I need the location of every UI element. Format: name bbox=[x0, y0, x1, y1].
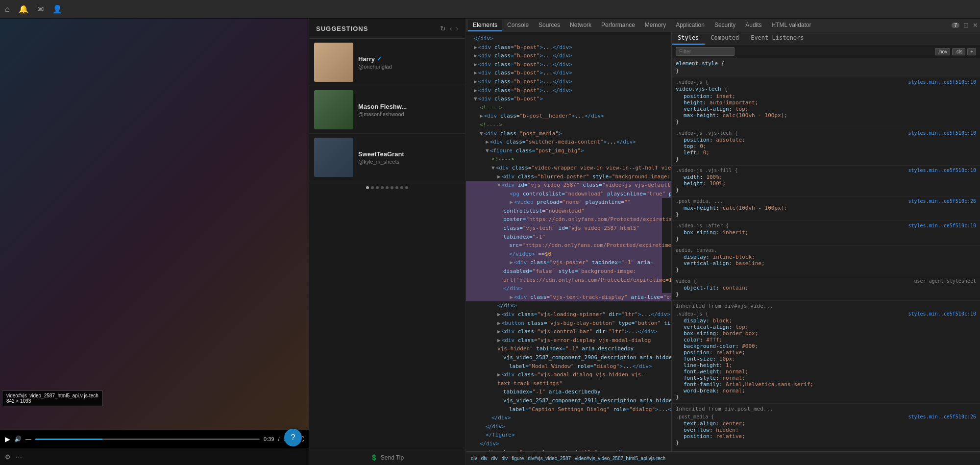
profile-icon[interactable]: 👤 bbox=[52, 4, 62, 14]
dom-line[interactable]: ▶<div class="b-post">...</div> bbox=[466, 60, 671, 69]
dom-line[interactable]: </figure> bbox=[466, 431, 671, 440]
dom-line[interactable]: ▼<div class="b-post"> bbox=[466, 95, 671, 103]
dom-line[interactable]: </div> bbox=[466, 440, 671, 448]
dom-line[interactable]: ▶<button class="vjs-big-play-button" typ… bbox=[466, 319, 671, 328]
tab-audits[interactable]: Audits bbox=[740, 20, 766, 31]
dom-line[interactable]: ▶<div class="vjs-error-display vjs-modal… bbox=[466, 336, 662, 353]
dom-line[interactable]: ▶<div class="b-post">...</div> bbox=[466, 43, 671, 52]
dom-line[interactable]: tabindex="-1" aria-describedby bbox=[466, 388, 671, 396]
subtab-event-listeners[interactable]: Event Listeners bbox=[745, 32, 809, 45]
tab-sources[interactable]: Sources bbox=[534, 20, 565, 31]
dom-line[interactable]: ▼<div class="post_media"> bbox=[466, 129, 671, 138]
close-devtools-icon[interactable]: ✕ bbox=[973, 22, 978, 29]
dom-line[interactable]: vjs_video_2587_component_2906_descriptio… bbox=[466, 353, 671, 362]
dom-line[interactable]: </div> bbox=[466, 414, 671, 422]
tab-performance[interactable]: Performance bbox=[596, 20, 640, 31]
prev-icon[interactable]: ‹ bbox=[450, 24, 452, 32]
tab-application[interactable]: Application bbox=[671, 20, 710, 31]
dot-6[interactable] bbox=[391, 186, 393, 189]
dom-line[interactable]: <!----> bbox=[466, 155, 671, 164]
dom-line[interactable]: ▶<div class="blurred-poster" style="back… bbox=[466, 172, 671, 181]
dom-line[interactable]: ▶<div class="b-post__header">...</div> bbox=[466, 112, 671, 121]
tab-security[interactable]: Security bbox=[710, 20, 740, 31]
video-player[interactable]: video#vjs_video_2587_html5_api.v js-tech… bbox=[0, 19, 309, 430]
dot-1[interactable] bbox=[366, 186, 369, 189]
tab-console[interactable]: Console bbox=[502, 20, 534, 31]
dom-line[interactable]: ▶<div class="b-post">...</div> bbox=[466, 86, 671, 95]
dom-line[interactable]: label="Caption Settings Dialog" role="di… bbox=[466, 405, 671, 414]
dot-3[interactable] bbox=[376, 186, 379, 189]
dom-line[interactable]: ▼<div class="video-wrapper view-in view-… bbox=[466, 164, 671, 172]
breadcrumb-div-vjs[interactable]: div#vjs_video_2587 bbox=[528, 456, 571, 461]
volume-slider[interactable]: — bbox=[25, 436, 31, 442]
subtab-computed[interactable]: Computed bbox=[705, 32, 745, 45]
dom-line[interactable]: </div> bbox=[466, 422, 671, 431]
suggestion-item-1[interactable]: Harry ✓ @onehunglad bbox=[309, 39, 465, 86]
dom-line[interactable]: ▶<div class="vjs-modal-dialog vjs-hidden… bbox=[466, 370, 662, 388]
dot-5[interactable] bbox=[386, 186, 389, 189]
home-icon[interactable]: ⌂ bbox=[5, 5, 10, 14]
dom-line[interactable]: ▼<div id="vjs_video_2587" class="video-j… bbox=[466, 181, 671, 190]
dom-line[interactable]: vjs_video_2587_component_2911_descriptio… bbox=[466, 396, 671, 405]
dom-line[interactable]: ▶<div class="b-post">...</div> bbox=[466, 51, 671, 60]
dom-line[interactable]: </div> bbox=[466, 34, 671, 43]
dom-line[interactable]: ▼<figure class="post_img_big"> bbox=[466, 147, 671, 155]
messages-icon[interactable]: ✉ bbox=[37, 4, 44, 14]
breadcrumb-div-3[interactable]: div bbox=[491, 456, 498, 461]
breadcrumb-video-vjs[interactable]: video#vjs_video_2587_html5_api.vjs-tech bbox=[575, 456, 665, 461]
dock-icon[interactable]: ⊡ bbox=[963, 22, 969, 29]
breadcrumb-div-1[interactable]: div bbox=[471, 456, 477, 461]
dom-line[interactable]: ▶<div class="b-post">...</div> bbox=[466, 69, 671, 77]
breadcrumb-figure[interactable]: figure bbox=[512, 456, 524, 461]
next-icon[interactable]: › bbox=[456, 24, 458, 32]
dom-line[interactable]: src="https://cdn.onlyfans.com/Protected/… bbox=[466, 241, 662, 258]
suggestion-item-2[interactable]: Mason Fleshw... @masonfleshwood bbox=[309, 86, 465, 134]
dom-line[interactable]: ▶<video preload="none" playsinline="" co… bbox=[466, 198, 662, 241]
style-source-link[interactable]: styles.min..ce5f510c:26 bbox=[908, 414, 976, 419]
style-source-link[interactable]: styles.min..ce5f510c:10 bbox=[908, 79, 976, 85]
play-button[interactable]: ▶ bbox=[5, 435, 10, 443]
dom-line[interactable]: ▶<div class="switcher-media-content">...… bbox=[466, 138, 671, 147]
dom-line[interactable]: ▶<div class="b-post">...</div> bbox=[466, 77, 671, 86]
more-options-icon[interactable]: ⋯ bbox=[16, 453, 22, 461]
dom-line[interactable]: <!----> bbox=[466, 121, 671, 129]
styles-filter-input[interactable] bbox=[676, 47, 735, 56]
help-button[interactable]: ? bbox=[284, 429, 302, 446]
filter-add-btn[interactable]: + bbox=[967, 48, 976, 55]
style-source: .video-js .vjs-fill { styles.min..ce5f51… bbox=[676, 168, 976, 173]
tab-memory[interactable]: Memory bbox=[640, 20, 671, 31]
dot-2[interactable] bbox=[371, 186, 374, 189]
style-source-link[interactable]: styles.min..ce5f510c:10 bbox=[908, 311, 976, 317]
filter-cls-btn[interactable]: .cls bbox=[952, 48, 965, 55]
dom-line[interactable]: ▶<div class="vjs-text-track-display" ari… bbox=[466, 293, 671, 302]
style-source-link[interactable]: styles.min..ce5f510c:10 bbox=[908, 223, 976, 228]
breadcrumb-div-4[interactable]: div bbox=[501, 456, 508, 461]
tab-elements[interactable]: Elements bbox=[468, 20, 502, 31]
volume-button[interactable]: 🔊 bbox=[14, 436, 22, 442]
filter-hov-btn[interactable]: .hov bbox=[935, 48, 950, 55]
refresh-icon[interactable]: ↻ bbox=[440, 24, 446, 32]
dom-line[interactable]: <!----> bbox=[466, 103, 671, 112]
dot-9[interactable] bbox=[405, 186, 408, 189]
style-source-link[interactable]: styles.min..ce5f510c:10 bbox=[908, 168, 976, 173]
suggestion-item-3[interactable]: SweetTeaGrant @kyle_in_sheets bbox=[309, 134, 465, 181]
dot-4[interactable] bbox=[381, 186, 384, 189]
tab-network[interactable]: Network bbox=[565, 20, 596, 31]
tab-html-validator[interactable]: HTML validator bbox=[767, 20, 816, 31]
dom-line[interactable]: ▶<div class="vjs-poster" tabindex="-1" a… bbox=[466, 258, 662, 293]
breadcrumb-div-2[interactable]: div bbox=[481, 456, 488, 461]
dom-line[interactable]: </div> bbox=[466, 301, 671, 310]
dom-line[interactable]: label="Modal Window" role="dialog">...</… bbox=[466, 362, 671, 371]
settings-icon[interactable]: ⚙ bbox=[5, 453, 11, 461]
dom-line[interactable]: ▶<div class="vjs-control-bar" dir="ltr">… bbox=[466, 327, 671, 336]
style-source-link[interactable]: styles.min..ce5f510c:10 bbox=[908, 130, 976, 136]
style-source-link[interactable]: styles.min..ce5f510c:26 bbox=[908, 198, 976, 204]
dot-7[interactable] bbox=[395, 186, 398, 189]
notifications-icon[interactable]: 🔔 bbox=[19, 4, 28, 14]
subtab-styles[interactable]: Styles bbox=[672, 32, 705, 45]
send-tip-bar[interactable]: 💲 Send Tip bbox=[309, 450, 465, 465]
dom-line[interactable]: ▶<div class="vjs-loading-spinner" dir="l… bbox=[466, 310, 671, 319]
dot-8[interactable] bbox=[400, 186, 403, 189]
dom-line[interactable]: <pg controlslist="nodownload" playsinlin… bbox=[466, 190, 671, 198]
progress-bar[interactable] bbox=[35, 439, 260, 440]
